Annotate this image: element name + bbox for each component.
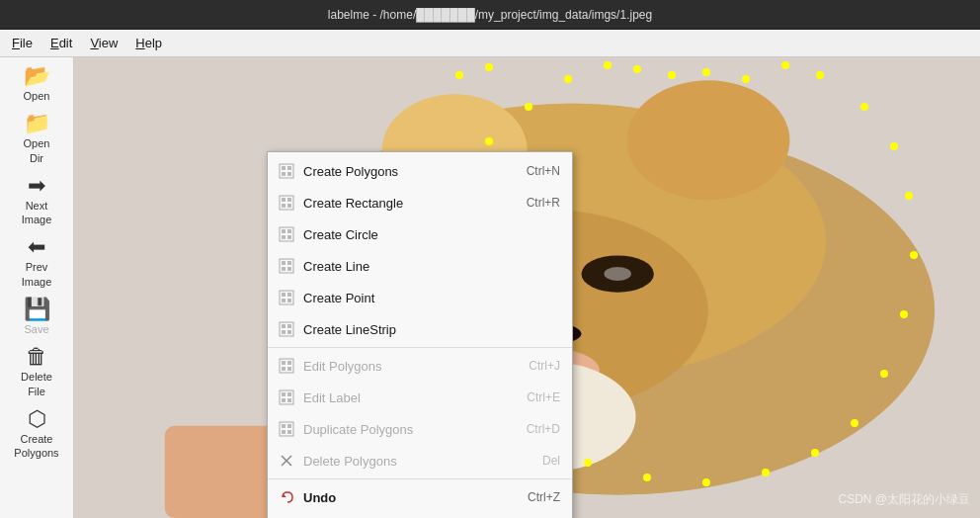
svg-rect-25 xyxy=(282,229,286,233)
svg-rect-38 xyxy=(287,299,291,302)
toolbar-label-2: NextImage xyxy=(22,199,52,227)
svg-rect-48 xyxy=(287,367,291,371)
svg-rect-32 xyxy=(282,267,286,271)
ctx-item-create-polygons[interactable]: Create PolygonsCtrl+N xyxy=(268,155,572,187)
svg-rect-56 xyxy=(287,424,291,428)
svg-rect-37 xyxy=(282,299,286,302)
svg-rect-43 xyxy=(287,330,291,334)
ctx-label-delete-polygons: Delete Polygons xyxy=(303,454,523,469)
toolbar-icon-4: 💾 xyxy=(24,299,50,320)
menu-item-view[interactable]: View xyxy=(82,33,125,53)
svg-rect-50 xyxy=(282,392,286,396)
ctx-label-create-linestrip: Create LineStrip xyxy=(303,322,560,337)
main-area: 📂Open📁OpenDir➡NextImage⬅PrevImage💾Save🗑D… xyxy=(0,57,980,518)
svg-rect-23 xyxy=(287,204,291,208)
svg-rect-22 xyxy=(282,204,286,208)
svg-rect-20 xyxy=(282,198,286,202)
watermark: CSDN @太阳花的小绿豆 xyxy=(838,491,970,508)
toolbar-icon-3: ⬅ xyxy=(28,236,45,258)
svg-rect-42 xyxy=(282,330,286,334)
ctx-label-create-rectangle: Create Rectangle xyxy=(303,196,507,211)
toolbar-btn-open-dir[interactable]: 📁OpenDir xyxy=(7,109,66,169)
svg-rect-55 xyxy=(282,424,286,428)
ctx-icon-duplicate-polygons xyxy=(276,418,297,440)
svg-rect-18 xyxy=(287,172,291,176)
svg-rect-53 xyxy=(287,398,291,402)
svg-rect-47 xyxy=(282,367,286,371)
ctx-icon-undo xyxy=(276,486,297,508)
toolbar-btn-next-image[interactable]: ➡NextImage xyxy=(7,171,66,231)
svg-rect-15 xyxy=(282,166,286,170)
menu-item-edit[interactable]: Edit xyxy=(42,33,80,53)
toolbar-label-3: PrevImage xyxy=(22,260,52,289)
ctx-shortcut-create-rectangle: Ctrl+R xyxy=(527,196,560,210)
svg-rect-45 xyxy=(282,361,286,365)
ctx-item-undo[interactable]: UndoCtrl+Z xyxy=(268,481,572,513)
title-bar: labelme - /home/███████/my_project/img_d… xyxy=(0,0,980,30)
canvas-area: Create PolygonsCtrl+NCreate RectangleCtr… xyxy=(74,57,980,518)
svg-rect-33 xyxy=(287,267,291,271)
svg-rect-40 xyxy=(282,324,286,328)
toolbar-label-6: CreatePolygons xyxy=(14,432,58,461)
toolbar-btn-open[interactable]: 📂Open xyxy=(7,61,66,107)
ctx-label-edit-label: Edit Label xyxy=(303,390,507,405)
menu-item-file[interactable]: File xyxy=(4,33,41,53)
svg-rect-31 xyxy=(287,261,291,265)
ctx-shortcut-duplicate-polygons: Ctrl+D xyxy=(527,422,560,436)
ctx-shortcut-undo: Ctrl+Z xyxy=(528,490,560,504)
toolbar-btn-create-polygons[interactable]: ⬡CreatePolygons xyxy=(7,404,66,465)
ctx-icon-create-polygons xyxy=(276,160,297,182)
ctx-icon-edit-polygons xyxy=(276,355,297,377)
ctx-item-edit-polygons: Edit PolygonsCtrl+J xyxy=(268,350,572,382)
ctx-label-edit-polygons: Edit Polygons xyxy=(303,359,509,374)
svg-rect-41 xyxy=(287,324,291,328)
svg-rect-35 xyxy=(282,293,286,297)
svg-rect-16 xyxy=(287,166,291,170)
ctx-item-create-line[interactable]: Create Line xyxy=(268,250,572,282)
toolbar-label-5: DeleteFile xyxy=(21,370,52,398)
ctx-icon-edit-label xyxy=(276,387,297,408)
ctx-icon-create-line xyxy=(276,255,297,277)
ctx-item-delete-polygons: Delete PolygonsDel xyxy=(268,445,572,476)
ctx-icon-create-point xyxy=(276,287,297,308)
toolbar-btn-save: 💾Save xyxy=(7,295,66,340)
menu-item-help[interactable]: Help xyxy=(127,33,170,53)
ctx-item-create-circle[interactable]: Create Circle xyxy=(268,218,572,250)
toolbar-label-4: Save xyxy=(24,322,48,336)
ctx-label-duplicate-polygons: Duplicate Polygons xyxy=(303,422,507,437)
ctx-label-create-line: Create Line xyxy=(303,259,560,274)
toolbar-icon-5: 🗑 xyxy=(26,346,47,368)
toolbar-icon-1: 📁 xyxy=(24,113,50,134)
svg-rect-21 xyxy=(287,198,291,202)
svg-rect-17 xyxy=(282,172,286,176)
svg-rect-58 xyxy=(287,430,291,434)
toolbar-btn-prev-image[interactable]: ⬅PrevImage xyxy=(7,232,66,293)
ctx-label-create-point: Create Point xyxy=(303,291,560,305)
ctx-item-undo-last-point: Undo last pointCtrl+Z xyxy=(268,513,572,518)
ctx-separator xyxy=(268,347,572,348)
context-menu: Create PolygonsCtrl+NCreate RectangleCtr… xyxy=(267,151,573,518)
svg-rect-46 xyxy=(287,361,291,365)
ctx-label-create-polygons: Create Polygons xyxy=(303,164,507,179)
svg-rect-30 xyxy=(282,261,286,265)
toolbar-label-1: OpenDir xyxy=(24,136,50,165)
ctx-icon-create-rectangle xyxy=(276,192,297,214)
svg-rect-28 xyxy=(287,235,291,239)
ctx-shortcut-edit-polygons: Ctrl+J xyxy=(529,359,560,373)
menu-bar: FileEditViewHelp xyxy=(0,30,980,57)
ctx-item-create-rectangle[interactable]: Create RectangleCtrl+R xyxy=(268,187,572,218)
svg-rect-52 xyxy=(282,398,286,402)
ctx-label-create-circle: Create Circle xyxy=(303,227,560,242)
ctx-item-duplicate-polygons: Duplicate PolygonsCtrl+D xyxy=(268,413,572,445)
svg-rect-36 xyxy=(287,293,291,297)
svg-rect-26 xyxy=(287,229,291,233)
toolbar-label-0: Open xyxy=(24,89,50,103)
ctx-item-create-point[interactable]: Create Point xyxy=(268,282,572,313)
ctx-shortcut-delete-polygons: Del xyxy=(542,454,560,468)
ctx-shortcut-create-polygons: Ctrl+N xyxy=(527,164,560,178)
toolbar-btn-delete-file[interactable]: 🗑DeleteFile xyxy=(7,342,66,402)
ctx-label-undo: Undo xyxy=(303,490,508,505)
svg-rect-57 xyxy=(282,430,286,434)
ctx-item-create-linestrip[interactable]: Create LineStrip xyxy=(268,313,572,345)
ctx-separator xyxy=(268,478,572,479)
